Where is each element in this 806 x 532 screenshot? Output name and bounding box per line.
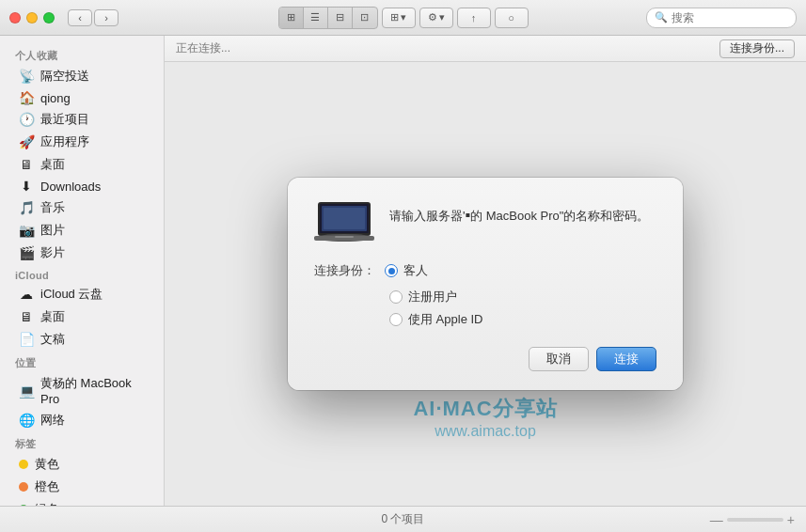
list-view-button[interactable]: ☰ <box>304 8 328 28</box>
sidebar-item-network[interactable]: 🌐 网络 <box>4 409 160 431</box>
sidebar-item-label: 图片 <box>40 222 65 239</box>
location-bar: 正在连接... 连接身份... <box>165 36 806 62</box>
minimize-button[interactable] <box>26 12 38 23</box>
laptop-image <box>314 200 374 247</box>
modal-title: 请输入服务器'▪的 MacBook Pro"的名称和密码。 <box>389 200 649 227</box>
svg-rect-6 <box>335 236 354 238</box>
sidebar-item-apps[interactable]: 🚀 应用程序 <box>4 131 160 153</box>
connect-button[interactable]: 连接 <box>596 347 656 371</box>
forward-button[interactable]: › <box>94 9 119 26</box>
sidebar-item-label: 音乐 <box>40 199 65 216</box>
connect-as-label: 连接身份： <box>314 262 375 279</box>
tag-icon: ○ <box>508 12 514 23</box>
sidebar-item-qiong[interactable]: 🏠 qiong <box>4 87 160 108</box>
sidebar-item-airdrop[interactable]: 📡 隔空投送 <box>4 65 160 87</box>
column-view-button[interactable]: ⊟ <box>328 8 353 28</box>
icloud-icon: ☁ <box>19 287 34 302</box>
tag-button[interactable]: ○ <box>495 8 529 28</box>
sidebar-item-music[interactable]: 🎵 音乐 <box>4 196 160 219</box>
sidebar-item-label: 应用程序 <box>40 133 89 150</box>
close-button[interactable] <box>9 12 21 23</box>
yellow-dot <box>19 460 28 469</box>
size-slider[interactable] <box>727 518 783 522</box>
radio-group: 注册用户 使用 Apple ID <box>389 289 656 328</box>
share-button[interactable]: ↑ <box>457 8 491 28</box>
toolbar: ⊞ ☰ ⊟ ⊡ ⊞ ▾ ⚙ ▾ ↑ ○ <box>278 7 529 29</box>
desktop-icon: 🖥 <box>19 157 34 172</box>
connect-as-row: 连接身份： 客人 <box>314 262 656 279</box>
radio-registered[interactable]: 注册用户 <box>389 289 656 305</box>
radio-guest-input[interactable] <box>385 264 398 277</box>
sidebar-section-location: 位置 <box>0 351 164 372</box>
laptop-icon: 💻 <box>19 383 34 399</box>
downloads-icon: ⬇ <box>19 179 34 194</box>
sidebar-item-label: 文稿 <box>40 331 65 348</box>
sidebar-item-tag-green[interactable]: 绿色 <box>4 498 160 506</box>
network-icon: 🌐 <box>19 413 34 428</box>
statusbar: 0 个项目 — + <box>0 506 806 532</box>
arrange-label: ▾ <box>401 11 406 23</box>
nav-buttons: ‹ › <box>68 9 119 26</box>
sidebar-item-label: 隔空投送 <box>40 68 89 85</box>
sidebar-item-label: 黄杨的 MacBook Pro <box>40 375 145 406</box>
apps-icon: 🚀 <box>19 134 34 149</box>
item-count: 0 个项目 <box>381 511 424 527</box>
zoom-in-icon[interactable]: + <box>787 512 795 527</box>
recent-icon: 🕐 <box>19 112 34 127</box>
search-box[interactable]: 🔍 <box>646 8 797 28</box>
orange-dot <box>19 482 28 492</box>
sidebar-item-label: 橙色 <box>35 478 59 495</box>
sidebar-item-icloud-desktop[interactable]: 🖥 桌面 <box>4 305 160 328</box>
sidebar-item-label: iCloud 云盘 <box>40 286 103 303</box>
arrange-button[interactable]: ⊞ ▾ <box>382 8 416 28</box>
radio-appleid-input[interactable] <box>389 313 403 326</box>
main-content: AI·MAC分享站 www.aimac.top <box>165 62 806 506</box>
sidebar-item-label: 黄色 <box>35 456 59 473</box>
sidebar-item-label: 影片 <box>40 244 65 261</box>
back-button[interactable]: ‹ <box>68 9 92 26</box>
sidebar-item-downloads[interactable]: ⬇ Downloads <box>4 176 160 196</box>
sidebar-item-label: 桌面 <box>40 308 65 325</box>
sidebar-item-label: 桌面 <box>40 156 65 173</box>
sidebar-item-tag-yellow[interactable]: 黄色 <box>4 453 160 476</box>
modal-title-text1: 请输入服务器' <box>389 209 465 223</box>
sidebar-item-recent[interactable]: 🕐 最近项目 <box>4 108 160 131</box>
statusbar-right: — + <box>710 512 795 527</box>
sidebar: 个人收藏 📡 隔空投送 🏠 qiong 🕐 最近项目 🚀 应用程序 🖥 桌面 ⬇… <box>0 36 165 506</box>
home-icon: 🏠 <box>19 90 34 105</box>
radio-appleid-label: 使用 Apple ID <box>408 311 482 328</box>
zoom-out-icon[interactable]: — <box>710 512 723 527</box>
sidebar-item-movies[interactable]: 🎬 影片 <box>4 242 160 264</box>
sidebar-section-tags: 标签 <box>0 431 164 453</box>
search-input[interactable] <box>672 11 788 24</box>
radio-registered-input[interactable] <box>389 290 403 304</box>
sidebar-section-icloud: iCloud <box>0 264 164 283</box>
sidebar-item-label: Downloads <box>40 180 101 194</box>
cancel-button[interactable]: 取消 <box>529 347 589 371</box>
desktop-icon: 🖥 <box>19 309 34 324</box>
window-content: 个人收藏 📡 隔空投送 🏠 qiong 🕐 最近项目 🚀 应用程序 🖥 桌面 ⬇… <box>0 36 806 506</box>
sidebar-item-icloud-docs[interactable]: 📄 文稿 <box>4 328 160 351</box>
radio-appleid[interactable]: 使用 Apple ID <box>389 311 656 328</box>
sidebar-item-macbook[interactable]: 💻 黄杨的 MacBook Pro <box>4 372 160 409</box>
movies-icon: 🎬 <box>19 245 34 260</box>
sidebar-item-icloud-drive[interactable]: ☁ iCloud 云盘 <box>4 283 160 305</box>
share-icon: ↑ <box>471 12 477 23</box>
radio-guest[interactable]: 客人 <box>385 262 428 279</box>
modal-header: 请输入服务器'▪的 MacBook Pro"的名称和密码。 <box>314 200 656 247</box>
maximize-button[interactable] <box>43 12 55 23</box>
modal-title-text2: 的 MacBook Pro"的名称和密码。 <box>470 209 649 223</box>
sidebar-item-tag-orange[interactable]: 橙色 <box>4 476 160 498</box>
gallery-view-button[interactable]: ⊡ <box>353 8 377 28</box>
connect-id-button[interactable]: 连接身份... <box>719 39 795 58</box>
traffic-lights <box>9 12 55 23</box>
action-button[interactable]: ⚙ ▾ <box>419 8 453 28</box>
sidebar-item-photos[interactable]: 📷 图片 <box>4 219 160 242</box>
radio-guest-dot <box>388 268 395 274</box>
icon-view-button[interactable]: ⊞ <box>279 8 304 28</box>
search-icon: 🔍 <box>655 11 668 23</box>
sidebar-item-desktop[interactable]: 🖥 桌面 <box>4 153 160 176</box>
sidebar-item-label: 最近项目 <box>40 111 89 128</box>
action-dropdown-icon: ▾ <box>439 11 445 23</box>
docs-icon: 📄 <box>19 332 34 347</box>
